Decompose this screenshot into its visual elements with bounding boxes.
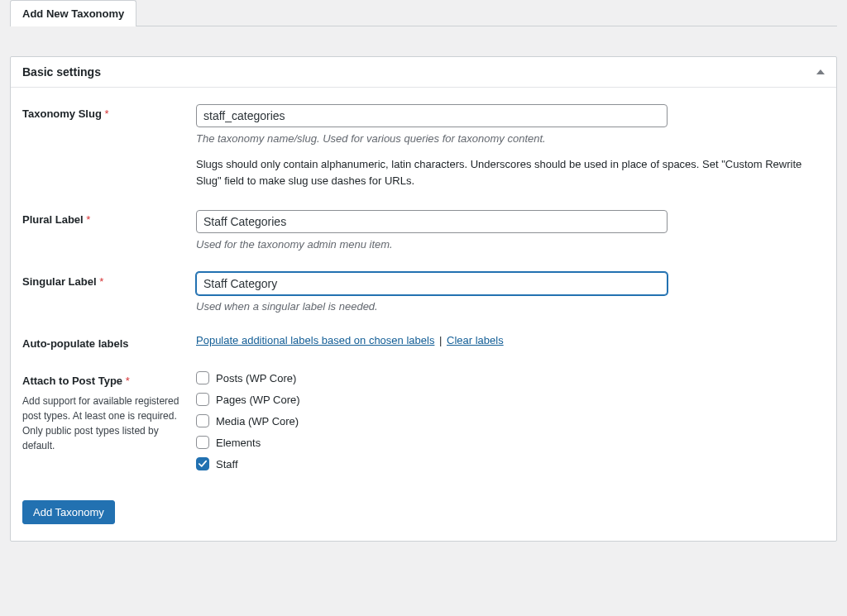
tab-underline (136, 0, 837, 26)
checkbox-label[interactable]: Media (WP Core) (216, 415, 299, 427)
tab-add-new-taxonomy[interactable]: Add New Taxonomy (10, 0, 136, 26)
required-marker: * (86, 213, 90, 226)
required-marker: * (99, 275, 103, 288)
attach-post-type-label: Attach to Post Type (22, 375, 122, 387)
populate-labels-link[interactable]: Populate additional labels based on chos… (196, 334, 434, 346)
panel-title: Basic settings (22, 65, 101, 79)
singular-label-label: Singular Label (22, 275, 97, 288)
singular-label-desc: Used when a singular label is needed. (196, 300, 825, 313)
taxonomy-slug-desc: The taxonomy name/slug. Used for various… (196, 132, 825, 145)
checkbox-media-wp-core[interactable] (196, 414, 209, 427)
checkbox-posts-wp-core[interactable] (196, 371, 209, 384)
link-divider: | (436, 334, 445, 346)
singular-label-input[interactable] (196, 272, 668, 295)
plural-label-desc: Used for the taxonomy admin menu item. (196, 238, 825, 251)
checkbox-label[interactable]: Pages (WP Core) (216, 394, 300, 406)
clear-labels-link[interactable]: Clear labels (447, 334, 504, 346)
autopopulate-label: Auto-populate labels (22, 337, 129, 350)
checkbox-pages-wp-core[interactable] (196, 393, 209, 406)
required-marker: * (104, 107, 108, 120)
basic-settings-panel: Basic settings Taxonomy Slug * The taxon… (10, 56, 837, 542)
checkbox-label[interactable]: Elements (216, 437, 261, 449)
attach-post-type-help: Add support for available registered pos… (22, 394, 179, 453)
checkbox-label[interactable]: Posts (WP Core) (216, 372, 296, 384)
plural-label-label: Plural Label (22, 213, 84, 226)
taxonomy-slug-input[interactable] (196, 104, 668, 127)
collapse-icon (816, 69, 825, 74)
checkbox-staff[interactable] (196, 457, 209, 470)
required-marker: * (126, 375, 130, 387)
add-taxonomy-button[interactable]: Add Taxonomy (22, 500, 115, 524)
checkbox-label[interactable]: Staff (216, 458, 238, 470)
plural-label-input[interactable] (196, 210, 668, 233)
taxonomy-slug-help: Slugs should only contain alphanumeric, … (196, 156, 825, 189)
checkbox-elements[interactable] (196, 436, 209, 449)
panel-header[interactable]: Basic settings (11, 57, 836, 88)
taxonomy-slug-label: Taxonomy Slug (22, 107, 102, 120)
